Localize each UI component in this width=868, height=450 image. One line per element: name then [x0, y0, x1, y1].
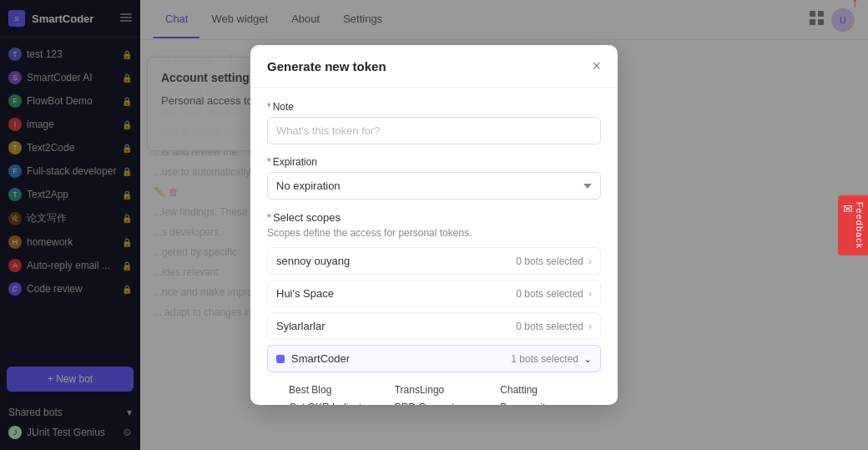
required-star: * [267, 211, 271, 224]
bot-item-translingo[interactable]: TransLingo [395, 382, 487, 397]
modal-header: Generate new token × [250, 45, 618, 88]
modal-title: Generate new token [267, 59, 386, 73]
chevron-right-icon: › [588, 288, 592, 300]
modal: Generate new token × * Note * Expiration… [250, 45, 618, 405]
scope-name: sennoy ouyang [276, 255, 350, 267]
bot-item-getokr[interactable]: Get OKR Indicator [289, 400, 381, 405]
bot-grid: Best Blog TransLingo Chatting Get OKR In… [267, 377, 601, 405]
scopes-label-text: Select scopes [273, 211, 341, 224]
scope-right: 0 bots selected › [516, 255, 592, 267]
chevron-right-icon: › [588, 255, 592, 267]
modal-overlay[interactable]: Generate new token × * Note * Expiration… [0, 0, 868, 450]
note-input[interactable] [267, 117, 601, 144]
scope-count: 1 bots selected [511, 353, 578, 365]
scope-count: 0 bots selected [516, 288, 583, 300]
scope-name: Hui's Space [276, 287, 334, 300]
chevron-down-icon: ⌄ [583, 353, 592, 365]
scope-item-left: Hui's Space [276, 287, 334, 300]
scope-item-sennoy[interactable]: sennoy ouyang 0 bots selected › [267, 247, 601, 275]
modal-close-button[interactable]: × [592, 58, 601, 73]
expiration-group: * Expiration No expiration [267, 156, 601, 200]
scope-dot [276, 355, 285, 363]
scope-right: 0 bots selected › [516, 321, 592, 332]
bot-item-chatting[interactable]: Chatting [500, 382, 593, 397]
expiration-label: * Expiration [267, 156, 601, 168]
feedback-label: Feedback [855, 201, 865, 248]
scope-count: 0 bots selected [516, 321, 583, 332]
scope-item-sylarlarlar[interactable]: Sylarlarlar 0 bots selected › [267, 312, 601, 340]
feedback-icon: ✉ [841, 201, 855, 215]
scope-item-left: Sylarlarlar [276, 320, 326, 332]
chevron-right-icon: › [588, 321, 592, 332]
bot-item-prd[interactable]: PRD Generator [395, 400, 487, 405]
note-label: * Note [267, 101, 601, 113]
bot-item-paperwrite[interactable]: Paper write [500, 400, 593, 405]
scopes-desc: Scopes define the access for personal to… [267, 227, 601, 239]
note-label-text: Note [273, 101, 294, 113]
required-star: * [267, 156, 271, 168]
scope-item-left: SmartCoder [276, 352, 350, 365]
feedback-tab[interactable]: Feedback ✉ [838, 195, 868, 255]
scope-item-hui[interactable]: Hui's Space 0 bots selected › [267, 280, 601, 307]
bot-item-bestblog[interactable]: Best Blog [289, 382, 381, 397]
required-star: * [267, 101, 271, 113]
scope-count: 0 bots selected [516, 255, 583, 267]
scope-right: 0 bots selected › [516, 288, 592, 300]
scope-right: 1 bots selected ⌄ [511, 353, 592, 365]
scope-item-smartcoder[interactable]: SmartCoder 1 bots selected ⌄ [267, 345, 601, 372]
expiration-label-text: Expiration [273, 156, 317, 168]
scope-item-left: sennoy ouyang [276, 255, 350, 267]
expiration-select[interactable]: No expiration [267, 172, 601, 200]
modal-body: * Note * Expiration No expiration * Sele… [250, 88, 618, 405]
scope-name: Sylarlarlar [276, 320, 326, 332]
scope-name: SmartCoder [291, 352, 350, 365]
note-group: * Note [267, 101, 601, 144]
scopes-title: * Select scopes [267, 211, 601, 224]
scopes-group: * Select scopes Scopes define the access… [267, 211, 601, 405]
